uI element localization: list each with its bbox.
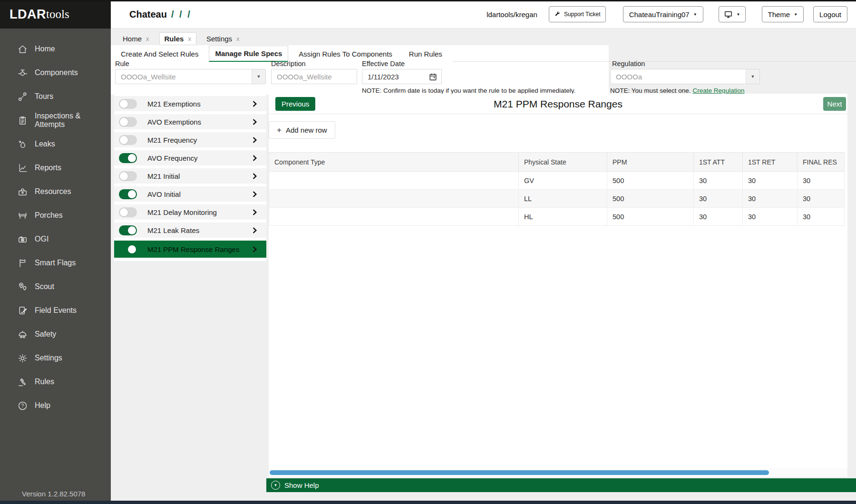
description-input[interactable]: OOOOa_Wellsite — [271, 69, 357, 84]
tab-rules[interactable]: Rules x — [159, 32, 196, 45]
spec-row-m21-ppm-response-ranges[interactable]: M21 PPM Response Ranges — [114, 241, 266, 258]
table-cell[interactable]: 30 — [694, 172, 743, 190]
table-cell[interactable]: GV — [519, 172, 607, 190]
next-button[interactable]: Next — [823, 97, 846, 111]
sidebar-item-field-events[interactable]: Field Events — [0, 299, 111, 322]
spec-row-m21-exemptions[interactable]: M21 Exemptions — [114, 96, 266, 111]
toggle-switch[interactable] — [119, 171, 137, 181]
regulation-dropdown[interactable]: OOOOa ▼ — [610, 69, 760, 84]
table-cell[interactable]: 30 — [743, 172, 798, 190]
spec-row-avo-exemptions[interactable]: AVO Exemptions — [114, 114, 266, 129]
rule-form-panel: Create And Select Rules Manage Rule Spec… — [111, 45, 609, 95]
chevron-right-icon[interactable] — [251, 208, 259, 216]
toggle-switch[interactable] — [119, 117, 137, 127]
table-cell[interactable] — [269, 172, 519, 190]
toggle-switch[interactable] — [119, 244, 137, 254]
sidebar-item-ogi[interactable]: OGI — [0, 227, 111, 251]
sidebar-item-smart-flags[interactable]: Smart Flags — [0, 251, 111, 275]
toggle-switch[interactable] — [119, 99, 137, 109]
table-cell[interactable]: 30 — [743, 190, 798, 208]
table-cell[interactable]: 500 — [607, 172, 694, 190]
sidebar-item-leaks[interactable]: Leaks — [0, 132, 111, 156]
sidebar-item-porches[interactable]: Porches — [0, 204, 111, 227]
caret-down-icon[interactable]: ▼ — [746, 69, 759, 84]
show-help-bar[interactable]: ▼ Show Help — [266, 478, 856, 492]
close-icon[interactable]: x — [146, 35, 149, 42]
sidebar-item-rules[interactable]: Rules — [0, 370, 111, 394]
table-cell[interactable]: 30 — [743, 208, 798, 226]
table-cell[interactable]: 30 — [694, 208, 743, 226]
table-cell[interactable]: 30 — [798, 208, 845, 226]
horizontal-scrollbar-thumb[interactable] — [270, 470, 769, 475]
column-header-1st-ret[interactable]: 1ST RET — [743, 153, 798, 172]
subtab-manage-rule-specs[interactable]: Manage Rule Specs — [209, 46, 288, 62]
display-dropdown[interactable]: ▼ — [719, 6, 746, 22]
chevron-right-icon[interactable] — [251, 136, 259, 144]
calendar-icon[interactable] — [428, 72, 438, 81]
column-header-physical-state[interactable]: Physical State — [519, 153, 607, 172]
spec-row-m21-initial[interactable]: M21 Initial — [114, 168, 266, 184]
column-header-final-res[interactable]: FINAL RES — [798, 153, 845, 172]
sidebar-item-components[interactable]: Components — [0, 61, 111, 85]
ogi-icon — [17, 234, 28, 245]
table-cell[interactable]: 30 — [798, 190, 845, 208]
table-cell[interactable]: 500 — [607, 208, 694, 226]
toggle-switch[interactable] — [119, 153, 137, 163]
chevron-right-icon[interactable] — [251, 118, 259, 126]
chevron-right-icon[interactable] — [251, 190, 259, 198]
subtab-assign-rules-to-components[interactable]: Assign Rules To Components — [292, 46, 399, 62]
sidebar-item-safety[interactable]: Safety — [0, 322, 111, 346]
sidebar-item-settings[interactable]: Settings — [0, 346, 111, 370]
create-regulation-link[interactable]: Create Regulation — [693, 87, 745, 94]
theme-dropdown[interactable]: Theme ▼ — [762, 6, 804, 22]
table-cell[interactable]: 30 — [798, 172, 845, 190]
chevron-right-icon[interactable] — [251, 172, 259, 180]
spec-row-avo-frequency[interactable]: AVO Frequency — [114, 150, 266, 165]
close-icon[interactable]: x — [188, 35, 191, 42]
subtab-create-and-select-rules[interactable]: Create And Select Rules — [115, 46, 204, 62]
tenant-dropdown[interactable]: ChateauTraining07 ▼ — [623, 6, 703, 22]
sidebar-item-home[interactable]: Home — [0, 37, 111, 61]
chevron-right-icon[interactable] — [251, 245, 259, 253]
toggle-switch[interactable] — [119, 135, 137, 145]
sidebar-item-help[interactable]: ? Help — [0, 394, 111, 417]
sidebar-item-label: Resources — [35, 187, 71, 196]
rule-dropdown[interactable]: OOOOa_Wellsite ▼ — [115, 69, 266, 84]
support-ticket-button[interactable]: Support Ticket — [549, 6, 606, 22]
sidebar-item-reports[interactable]: Reports — [0, 156, 111, 180]
column-header-ppm[interactable]: PPM — [607, 153, 694, 172]
table-cell[interactable]: 30 — [694, 190, 743, 208]
chevron-right-icon[interactable] — [251, 226, 259, 234]
sidebar-item-scout[interactable]: Scout — [0, 275, 111, 299]
logout-button[interactable]: Logout — [813, 6, 847, 22]
sidebar-item-tours[interactable]: Tours — [0, 85, 111, 108]
toggle-switch[interactable] — [119, 189, 137, 199]
effective-date-input[interactable]: 1/11/2023 — [362, 69, 442, 84]
horizontal-scrollbar-track[interactable] — [269, 468, 847, 477]
column-header-1st-att[interactable]: 1ST ATT — [694, 153, 743, 172]
chevron-right-icon[interactable] — [251, 100, 259, 108]
tab-settings[interactable]: Settings x — [201, 32, 245, 45]
caret-down-icon[interactable]: ▼ — [252, 69, 265, 84]
sidebar-item-resources[interactable]: Resources — [0, 180, 111, 204]
column-header-component-type[interactable]: Component Type — [269, 153, 519, 172]
chevron-right-icon[interactable] — [251, 154, 259, 162]
spec-row-avo-initial[interactable]: AVO Initial — [114, 186, 266, 202]
table-cell[interactable]: LL — [519, 190, 607, 208]
toggle-switch[interactable] — [119, 225, 137, 235]
add-new-row-button[interactable]: + Add new row — [269, 121, 335, 139]
spec-row-m21-leak-rates[interactable]: M21 Leak Rates — [114, 223, 266, 238]
close-icon[interactable]: x — [236, 35, 240, 42]
spec-row-m21-delay-monitoring[interactable]: M21 Delay Monitoring — [114, 204, 266, 220]
table-cell[interactable] — [269, 190, 519, 208]
theme-label: Theme — [768, 10, 790, 19]
table-cell[interactable] — [269, 208, 519, 226]
table-cell[interactable]: HL — [519, 208, 607, 226]
previous-button[interactable]: Previous — [275, 97, 315, 111]
tab-home[interactable]: Home x — [117, 32, 155, 45]
subtab-run-rules[interactable]: Run Rules — [403, 46, 448, 62]
sidebar-item-inspections[interactable]: Inspections & Attempts — [0, 108, 111, 132]
table-cell[interactable]: 500 — [607, 190, 694, 208]
toggle-switch[interactable] — [119, 207, 137, 217]
spec-row-m21-frequency[interactable]: M21 Frequency — [114, 132, 266, 147]
